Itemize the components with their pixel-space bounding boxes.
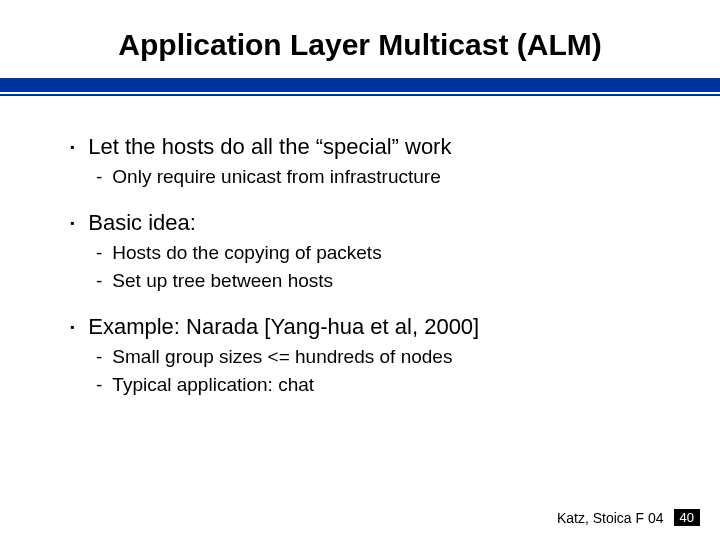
bullet-text: Example: Narada [Yang-hua et al, 2000] — [88, 314, 479, 340]
bullet-level1: ▪ Basic idea: — [70, 210, 650, 236]
dash-bullet-icon: - — [96, 270, 102, 292]
dash-bullet-icon: - — [96, 346, 102, 368]
square-bullet-icon: ▪ — [70, 210, 74, 236]
bullet-level2: - Only require unicast from infrastructu… — [96, 166, 650, 188]
footer: Katz, Stoica F 04 40 — [557, 509, 700, 526]
bullet-text: Only require unicast from infrastructure — [112, 166, 440, 188]
bullet-text: Basic idea: — [88, 210, 196, 236]
footer-credit: Katz, Stoica F 04 — [557, 510, 664, 526]
page-number: 40 — [674, 509, 700, 526]
bullet-level1: ▪ Let the hosts do all the “special” wor… — [70, 134, 650, 160]
bullet-group-2: ▪ Basic idea: - Hosts do the copying of … — [70, 210, 650, 292]
rule-thick — [0, 78, 720, 92]
bullet-level2: - Small group sizes <= hundreds of nodes — [96, 346, 650, 368]
bullet-text: Typical application: chat — [112, 374, 314, 396]
title-rule — [0, 78, 720, 96]
bullet-group-1: ▪ Let the hosts do all the “special” wor… — [70, 134, 650, 188]
bullet-level2: - Set up tree between hosts — [96, 270, 650, 292]
dash-bullet-icon: - — [96, 374, 102, 396]
dash-bullet-icon: - — [96, 166, 102, 188]
dash-bullet-icon: - — [96, 242, 102, 264]
square-bullet-icon: ▪ — [70, 314, 74, 340]
bullet-group-3: ▪ Example: Narada [Yang-hua et al, 2000]… — [70, 314, 650, 396]
bullet-text: Hosts do the copying of packets — [112, 242, 381, 264]
bullet-text: Set up tree between hosts — [112, 270, 333, 292]
bullet-level1: ▪ Example: Narada [Yang-hua et al, 2000] — [70, 314, 650, 340]
bullet-level2: - Hosts do the copying of packets — [96, 242, 650, 264]
slide-body: ▪ Let the hosts do all the “special” wor… — [0, 96, 720, 396]
bullet-level2: - Typical application: chat — [96, 374, 650, 396]
slide-title: Application Layer Multicast (ALM) — [0, 0, 720, 72]
bullet-text: Small group sizes <= hundreds of nodes — [112, 346, 452, 368]
square-bullet-icon: ▪ — [70, 134, 74, 160]
bullet-text: Let the hosts do all the “special” work — [88, 134, 451, 160]
slide: Application Layer Multicast (ALM) ▪ Let … — [0, 0, 720, 540]
